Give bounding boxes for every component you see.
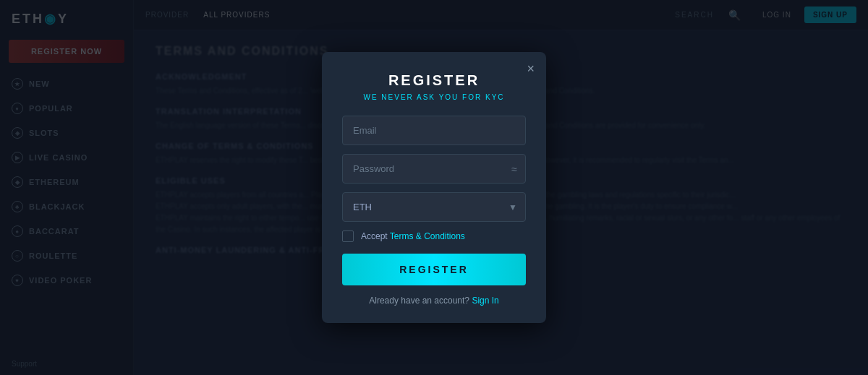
signin-row: Already have an account? Sign In <box>342 296 526 306</box>
modal-subtitle: WE NEVER ASK YOU FOR KYC <box>342 93 526 101</box>
password-field[interactable] <box>342 154 526 184</box>
terms-conditions-link[interactable]: Terms & Conditions <box>390 231 465 241</box>
register-modal: × REGISTER WE NEVER ASK YOU FOR KYC ≈ ET… <box>322 52 546 323</box>
password-group: ≈ <box>342 154 526 184</box>
currency-select[interactable]: ETH BTC USDT <box>342 192 526 222</box>
terms-label: Accept Terms & Conditions <box>361 231 465 241</box>
accept-text: Accept <box>361 231 390 241</box>
modal-title: REGISTER <box>342 72 526 89</box>
email-field[interactable] <box>342 116 526 145</box>
password-input-wrapper: ≈ <box>342 154 526 184</box>
register-button[interactable]: REGISTER <box>342 254 526 285</box>
email-group <box>342 116 526 145</box>
close-icon[interactable]: × <box>527 62 535 75</box>
currency-select-wrapper: ETH BTC USDT ▼ <box>342 192 526 222</box>
already-account-text: Already have an account? <box>369 296 469 306</box>
terms-row: Accept Terms & Conditions <box>342 230 526 242</box>
currency-group: ETH BTC USDT ▼ <box>342 192 526 222</box>
terms-checkbox[interactable] <box>342 230 354 242</box>
modal-overlay: × REGISTER WE NEVER ASK YOU FOR KYC ≈ ET… <box>0 0 868 375</box>
eye-icon[interactable]: ≈ <box>511 163 517 175</box>
signin-link[interactable]: Sign In <box>472 296 498 306</box>
